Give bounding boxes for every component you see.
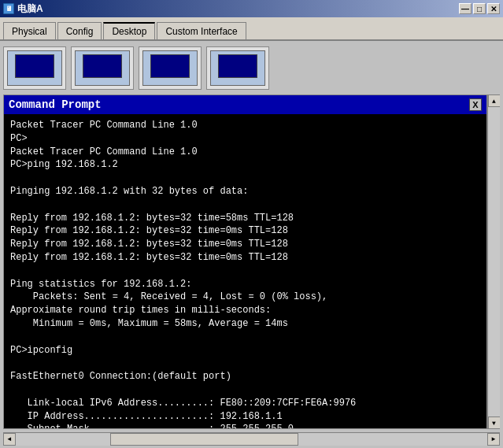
hscroll-thumb[interactable] (110, 433, 299, 446)
close-button[interactable]: ✕ (487, 3, 500, 14)
title-bar: 🖥 电脑A — □ ✕ (0, 0, 503, 17)
tab-config[interactable]: Config (57, 22, 102, 39)
thumb-inner-4 (210, 50, 265, 86)
scroll-down-button[interactable]: ▼ (488, 417, 501, 429)
hscroll-track[interactable] (16, 433, 487, 446)
main-content: Command Prompt X Packet Tracer PC Comman… (0, 41, 503, 448)
right-scrollbar: ▲ ▼ (487, 94, 500, 429)
thumbnail-4 (206, 46, 269, 90)
cmd-body[interactable]: Packet Tracer PC Command Line 1.0 PC> Pa… (4, 114, 486, 428)
thumbnail-row (3, 44, 500, 91)
horizontal-scrollbar: ◄ ► (3, 432, 500, 445)
cmd-title-bar: Command Prompt X (4, 95, 486, 114)
window-title: 电脑A (17, 2, 459, 16)
thumb-screen-3 (150, 54, 190, 78)
cmd-output: Packet Tracer PC Command Line 1.0 PC> Pa… (10, 119, 480, 428)
scroll-left-button[interactable]: ◄ (3, 433, 16, 446)
thumbnail-1 (3, 46, 66, 90)
minimize-button[interactable]: — (459, 3, 472, 14)
maximize-button[interactable]: □ (473, 3, 486, 14)
vscroll-track[interactable] (488, 107, 501, 417)
tab-custom-interface[interactable]: Custom Interface (157, 22, 246, 39)
thumb-screen-1 (15, 54, 54, 78)
thumbnail-3 (139, 46, 202, 90)
thumbnail-2 (71, 46, 134, 90)
tab-bar: Physical Config Desktop Custom Interface (0, 17, 503, 41)
thumb-screen-4 (218, 54, 257, 78)
scroll-up-button[interactable]: ▲ (488, 94, 501, 107)
cmd-window: Command Prompt X Packet Tracer PC Comman… (3, 94, 487, 429)
thumb-inner-2 (75, 50, 130, 86)
cmd-close-button[interactable]: X (469, 98, 482, 111)
title-bar-buttons: — □ ✕ (459, 3, 500, 14)
tab-physical[interactable]: Physical (3, 22, 56, 39)
thumb-inner-3 (142, 50, 198, 86)
thumb-inner-1 (7, 50, 62, 86)
thumb-screen-2 (83, 54, 122, 78)
cmd-title: Command Prompt (9, 98, 102, 111)
scroll-right-button[interactable]: ► (487, 433, 500, 446)
app-icon: 🖥 (3, 3, 14, 14)
tab-desktop[interactable]: Desktop (103, 22, 155, 39)
